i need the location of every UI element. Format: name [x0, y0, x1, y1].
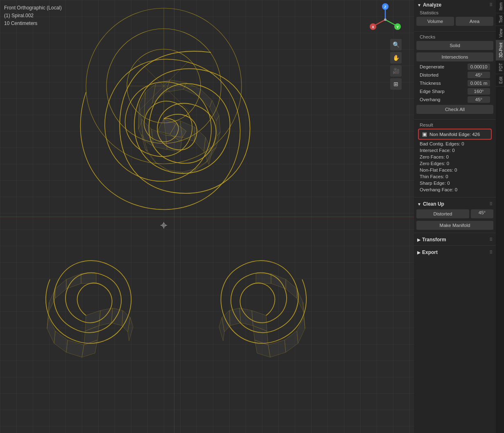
cleanup-dots[interactable]: ⠿	[489, 202, 493, 207]
cleanup-distorted-value[interactable]: 45°	[471, 209, 493, 218]
check-degenerate: Degenerate 0.00010	[416, 63, 493, 71]
cleanup-distorted-button[interactable]: Distorted	[416, 209, 469, 218]
export-section: ▶ Export ⠿	[414, 247, 496, 256]
analyze-chevron: ▼	[417, 3, 421, 7]
thickness-label: Thickness	[420, 81, 441, 86]
make-manifold-button[interactable]: Make Manifold	[416, 221, 493, 230]
result-bad-contig: Bad Contig. Edges: 0	[416, 141, 493, 147]
make-manifold-row: Make Manifold	[414, 220, 496, 231]
check-thickness: Thickness 0.001 m	[416, 79, 493, 87]
cleanup-section: ▼ Clean Up ⠿ Distorted 45° Make Manifold	[414, 199, 496, 231]
side-tabs: Item Tool View 3D-Print PDT Edit	[496, 0, 504, 433]
overhang-label: Overhang	[420, 97, 441, 102]
right-panel: ▼ Analyze ⠿ Statistics Volume Area	[414, 0, 504, 433]
statistics-section: Statistics Volume Area	[414, 9, 496, 29]
tab-view[interactable]: View	[496, 26, 504, 41]
result-sharp-edge: Sharp Edge: 0	[416, 180, 493, 186]
cleanup-header: ▼ Clean Up ⠿	[414, 199, 496, 208]
result-overhang-face: Overhang Face: 0	[416, 186, 493, 193]
svg-marker-57	[240, 308, 253, 326]
degenerate-value[interactable]: 0.00010	[468, 63, 490, 70]
result-label: Result	[416, 121, 493, 128]
check-all-button[interactable]: Check All	[416, 105, 493, 114]
non-manifold-text: Non Manifold Edge: 426	[429, 132, 480, 137]
export-header: ▶ Export ⠿	[414, 247, 496, 256]
svg-marker-42	[99, 308, 113, 326]
check-distorted: Distorted 45°	[416, 71, 493, 79]
svg-marker-70	[256, 274, 271, 283]
transform-section: ▶ Transform ⠿	[414, 235, 496, 244]
thickness-value[interactable]: 0.001 m	[468, 80, 490, 86]
tab-pdt[interactable]: PDT	[496, 61, 504, 74]
intersections-button-row: Intersections	[416, 51, 493, 63]
mesh-icon: ▣	[422, 131, 427, 137]
transform-dots[interactable]: ⠿	[489, 237, 493, 243]
svg-marker-49	[54, 331, 68, 352]
svg-marker-54	[66, 274, 81, 289]
result-thin-faces: Thin Faces: 0	[416, 173, 493, 180]
svg-marker-64	[285, 331, 298, 352]
transform-chevron[interactable]: ▶	[417, 238, 420, 242]
result-section: Result ▣ Non Manifold Edge: 426 Bad Cont…	[414, 121, 496, 195]
overhang-value[interactable]: 45°	[468, 96, 490, 103]
separator-1	[414, 31, 496, 32]
analyze-section: ▼ Analyze ⠿ Statistics Volume Area	[414, 0, 496, 195]
separator-2	[414, 119, 496, 120]
area-button[interactable]: Area	[456, 17, 493, 26]
viewport[interactable]: Front Orthographic (Local) (1) Spiral.00…	[0, 0, 414, 433]
transform-header: ▶ Transform ⠿	[414, 235, 496, 244]
spiral-group	[46, 51, 306, 357]
separator-5	[414, 245, 496, 246]
analyze-dots[interactable]: ⠿	[489, 2, 493, 8]
export-dots[interactable]: ⠿	[489, 250, 493, 255]
svg-marker-31	[210, 100, 219, 121]
intersections-button[interactable]: Intersections	[416, 52, 493, 61]
check-edge-sharp: Edge Sharp 160°	[416, 87, 493, 95]
analyze-title: Analyze	[423, 2, 441, 8]
separator-3	[414, 197, 496, 197]
distorted-value[interactable]: 45°	[468, 72, 490, 78]
checks-buttons: Solid	[416, 40, 493, 51]
spiral-canvas	[0, 0, 414, 433]
tab-edit[interactable]: Edit	[496, 74, 504, 86]
result-zero-faces: Zero Faces: 0	[416, 154, 493, 160]
checks-label: Checks	[416, 33, 493, 40]
svg-marker-55	[81, 274, 96, 283]
volume-button[interactable]: Volume	[416, 17, 454, 26]
degenerate-label: Degenerate	[420, 64, 444, 69]
svg-marker-68	[286, 279, 297, 298]
result-intersect-face: Intersect Face: 0	[416, 147, 493, 154]
edge-sharp-value[interactable]: 160°	[468, 88, 490, 95]
edge-sharp-label: Edge Sharp	[420, 89, 445, 94]
panel-main: ▼ Analyze ⠿ Statistics Volume Area	[414, 0, 496, 433]
statistics-buttons: Volume Area	[416, 16, 493, 27]
distorted-label: Distorted	[420, 73, 438, 77]
svg-marker-39	[145, 150, 156, 163]
solid-button[interactable]: Solid	[416, 41, 493, 50]
cleanup-title: Clean Up	[423, 201, 444, 207]
statistics-label: Statistics	[416, 9, 493, 16]
result-non-flat: Non-Flat Faces: 0	[416, 167, 493, 173]
tab-item[interactable]: Item	[496, 0, 504, 13]
non-manifold-result[interactable]: ▣ Non Manifold Edge: 426	[418, 129, 492, 140]
cleanup-chevron: ▼	[417, 202, 421, 206]
svg-marker-37	[168, 170, 183, 174]
result-zero-edges: Zero Edges: 0	[416, 160, 493, 167]
tab-tool[interactable]: Tool	[496, 13, 504, 26]
svg-marker-30	[199, 89, 212, 107]
analyze-header: ▼ Analyze ⠿	[414, 0, 496, 9]
separator-4	[414, 233, 496, 233]
tab-3dprint[interactable]: 3D-Print	[496, 40, 504, 61]
svg-marker-43	[111, 308, 123, 326]
export-chevron[interactable]: ▶	[417, 250, 420, 255]
export-title: Export	[422, 249, 438, 255]
svg-marker-23	[141, 119, 154, 147]
checks-section: Checks Solid Intersections Degenerate 0.…	[414, 33, 496, 118]
check-all-row: Check All	[416, 104, 493, 115]
svg-marker-52	[48, 289, 55, 312]
svg-marker-53	[55, 279, 66, 298]
transform-title: Transform	[422, 237, 446, 243]
cleanup-distorted-row: Distorted 45°	[414, 208, 496, 220]
svg-marker-58	[229, 308, 241, 326]
svg-marker-67	[297, 289, 304, 312]
